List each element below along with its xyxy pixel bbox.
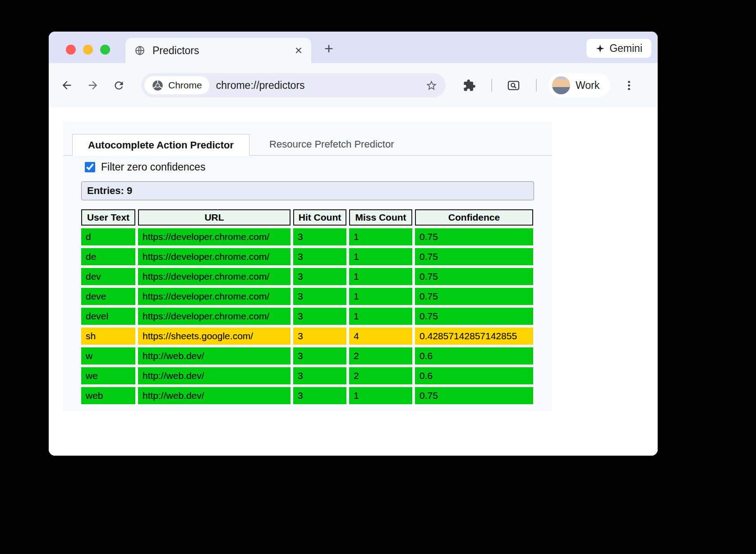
back-button[interactable] xyxy=(60,79,73,92)
header-url: URL xyxy=(138,209,290,226)
cell-miss-count: 1 xyxy=(349,248,412,265)
chrome-badge: Chrome xyxy=(144,76,209,94)
window-controls xyxy=(66,45,110,55)
search-tabs-icon[interactable] xyxy=(507,78,521,92)
browser-tab[interactable]: Predictors × xyxy=(125,38,311,63)
desktop-background: Predictors × + Gemini xyxy=(0,0,756,554)
cell-url: https://developer.chrome.com/ xyxy=(138,288,290,305)
cell-confidence: 0.75 xyxy=(415,228,533,245)
browser-window: Predictors × + Gemini xyxy=(49,32,658,456)
cell-miss-count: 1 xyxy=(349,228,412,245)
cell-miss-count: 1 xyxy=(349,308,412,325)
cell-confidence: 0.75 xyxy=(415,387,533,404)
cell-user-text: de xyxy=(81,248,135,265)
chrome-logo-icon xyxy=(152,79,164,92)
address-bar[interactable]: Chrome chrome://predictors xyxy=(141,73,446,97)
cell-user-text: devel xyxy=(81,308,135,325)
table-row: devhttps://developer.chrome.com/310.75 xyxy=(81,268,533,285)
new-tab-button[interactable]: + xyxy=(319,39,338,58)
cell-hit-count: 3 xyxy=(293,347,346,365)
cell-confidence: 0.75 xyxy=(415,268,533,285)
cell-miss-count: 2 xyxy=(349,347,412,365)
minimize-window-button[interactable] xyxy=(83,45,93,55)
cell-hit-count: 3 xyxy=(293,328,346,345)
header-miss-count: Miss Count xyxy=(349,209,412,226)
filter-row: Filter zero confidences xyxy=(85,161,552,173)
table-row: webhttp://web.dev/310.75 xyxy=(81,387,533,404)
toolbar-divider xyxy=(536,79,537,92)
header-user-text: User Text xyxy=(81,209,135,226)
entries-count: Entries: 9 xyxy=(81,181,534,200)
predictors-table: User Text URL Hit Count Miss Count Confi… xyxy=(78,207,536,407)
cell-user-text: d xyxy=(81,228,135,245)
url-text[interactable]: chrome://predictors xyxy=(216,79,305,92)
cell-url: https://developer.chrome.com/ xyxy=(138,268,290,285)
cell-url: https://developer.chrome.com/ xyxy=(138,248,290,265)
cell-miss-count: 1 xyxy=(349,288,412,305)
tab-autocomplete-action-predictor[interactable]: Autocomplete Action Predictor xyxy=(72,134,249,156)
cell-user-text: dev xyxy=(81,268,135,285)
cell-confidence: 0.75 xyxy=(415,248,533,265)
tab-title: Predictors xyxy=(152,45,199,57)
forward-button[interactable] xyxy=(87,79,99,92)
cell-url: https://developer.chrome.com/ xyxy=(138,228,290,245)
tab-resource-prefetch-predictor[interactable]: Resource Prefetch Predictor xyxy=(249,134,414,155)
page-content: Autocomplete Action Predictor Resource P… xyxy=(49,107,658,456)
zoom-window-button[interactable] xyxy=(100,45,110,55)
bookmark-star-icon[interactable] xyxy=(425,79,438,92)
tab-strip: Predictors × + Gemini xyxy=(49,32,658,63)
table-row: dehttps://developer.chrome.com/310.75 xyxy=(81,248,533,265)
table-row: whttp://web.dev/320.6 xyxy=(81,347,533,365)
cell-miss-count: 1 xyxy=(349,268,412,285)
cell-confidence: 0.75 xyxy=(415,288,533,305)
table-row: dhttps://developer.chrome.com/310.75 xyxy=(81,228,533,245)
gemini-button[interactable]: Gemini xyxy=(586,39,651,58)
tab-close-icon[interactable]: × xyxy=(295,44,302,57)
cell-url: https://developer.chrome.com/ xyxy=(138,308,290,325)
predictors-content: Autocomplete Action Predictor Resource P… xyxy=(63,122,552,411)
cell-hit-count: 3 xyxy=(293,308,346,325)
table-row: devehttps://developer.chrome.com/310.75 xyxy=(81,288,533,305)
header-confidence: Confidence xyxy=(415,209,533,226)
cell-user-text: web xyxy=(81,387,135,404)
cell-hit-count: 3 xyxy=(293,367,346,384)
cell-hit-count: 3 xyxy=(293,228,346,245)
cell-confidence: 0.42857142857142855 xyxy=(415,328,533,345)
filter-label: Filter zero confidences xyxy=(101,161,205,173)
cell-hit-count: 3 xyxy=(293,387,346,404)
extensions-puzzle-icon[interactable] xyxy=(463,79,476,92)
profile-label: Work xyxy=(576,79,599,92)
cell-miss-count: 1 xyxy=(349,387,412,404)
globe-icon xyxy=(134,45,145,56)
header-hit-count: Hit Count xyxy=(293,209,346,226)
cell-miss-count: 4 xyxy=(349,328,412,345)
cell-url: http://web.dev/ xyxy=(138,347,290,365)
gemini-sparkle-icon xyxy=(595,44,605,53)
filter-zero-confidences-checkbox[interactable] xyxy=(85,162,95,172)
cell-confidence: 0.75 xyxy=(415,308,533,325)
cell-user-text: w xyxy=(81,347,135,365)
table-row: shhttps://sheets.google.com/340.42857142… xyxy=(81,328,533,345)
gemini-label: Gemini xyxy=(609,42,642,55)
reload-button[interactable] xyxy=(113,79,125,92)
cell-user-text: sh xyxy=(81,328,135,345)
cell-user-text: we xyxy=(81,367,135,384)
cell-url: https://sheets.google.com/ xyxy=(138,328,290,345)
toolbar-divider xyxy=(491,79,492,92)
cell-hit-count: 3 xyxy=(293,248,346,265)
cell-confidence: 0.6 xyxy=(415,367,533,384)
cell-user-text: deve xyxy=(81,288,135,305)
more-menu-icon[interactable] xyxy=(623,79,635,92)
cell-hit-count: 3 xyxy=(293,268,346,285)
cell-url: http://web.dev/ xyxy=(138,367,290,384)
table-row: develhttps://developer.chrome.com/310.75 xyxy=(81,308,533,325)
close-window-button[interactable] xyxy=(66,45,76,55)
cell-url: http://web.dev/ xyxy=(138,387,290,404)
predictor-tabs: Autocomplete Action Predictor Resource P… xyxy=(63,134,552,156)
chrome-badge-label: Chrome xyxy=(168,80,202,91)
table-row: wehttp://web.dev/320.6 xyxy=(81,367,533,384)
cell-confidence: 0.6 xyxy=(415,347,533,365)
table-header-row: User Text URL Hit Count Miss Count Confi… xyxy=(81,209,533,226)
profile-chip[interactable]: Work xyxy=(549,73,610,97)
cell-hit-count: 3 xyxy=(293,288,346,305)
